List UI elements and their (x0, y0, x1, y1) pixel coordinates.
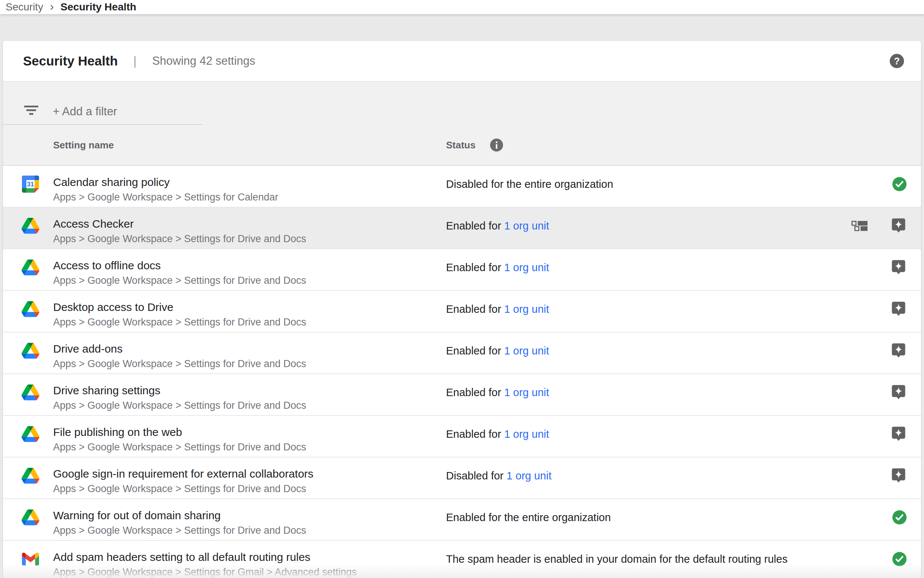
status-cell: Enabled for 1 org unit (446, 428, 549, 440)
recommendation-icon[interactable] (890, 467, 906, 485)
setting-name[interactable]: Drive sharing settings (53, 384, 160, 397)
table-row[interactable]: Access to offline docs Apps > Google Wor… (3, 249, 921, 291)
setting-path: Apps > Google Workspace > Settings for D… (53, 399, 306, 411)
status-cell: Enabled for 1 org unit (446, 261, 549, 274)
drive-icon (21, 218, 39, 234)
row-actions (851, 217, 906, 235)
org-units-icon[interactable] (851, 221, 867, 231)
table-row[interactable]: Desktop access to Drive Apps > Google Wo… (3, 291, 921, 333)
setting-path: Apps > Google Workspace > Settings for C… (53, 191, 278, 203)
status-text: Enabled for (446, 428, 504, 440)
setting-path: Apps > Google Workspace > Settings for D… (53, 274, 306, 286)
drive-icon (21, 343, 39, 359)
app-icon-slot (21, 426, 39, 442)
recommendation-icon[interactable] (890, 342, 906, 360)
recommendation-icon[interactable] (890, 259, 906, 276)
app-icon-slot (21, 385, 39, 401)
info-icon[interactable] (490, 138, 503, 152)
table-header: Setting name Status (3, 125, 921, 166)
org-unit-link[interactable]: 1 org unit (504, 428, 549, 440)
drive-icon (21, 301, 39, 317)
status-text: Enabled for (446, 303, 504, 315)
filter-icon (24, 105, 39, 117)
add-filter-button[interactable]: + Add a filter (53, 105, 117, 118)
security-health-card: Security Health | Showing 42 settings ? … (3, 41, 921, 578)
status-text: Enabled for (446, 220, 504, 232)
row-actions (892, 552, 906, 566)
card-header: Security Health | Showing 42 settings ? (3, 41, 921, 81)
status-cell: Disabled for the entire organization (446, 178, 613, 190)
setting-name[interactable]: Google sign-in requirement for external … (53, 467, 313, 481)
recommendation-icon[interactable] (890, 384, 906, 401)
app-icon-slot (21, 301, 39, 317)
recommendation-icon[interactable] (890, 425, 906, 443)
setting-name[interactable]: Access Checker (53, 217, 134, 231)
table-row[interactable]: File publishing on the web Apps > Google… (3, 416, 921, 458)
setting-path: Apps > Google Workspace > Settings for D… (53, 358, 306, 370)
status-cell: Disabled for 1 org unit (446, 470, 552, 482)
org-unit-link[interactable]: 1 org unit (504, 345, 549, 357)
svg-text:?: ? (894, 56, 900, 66)
setting-name[interactable]: Warning for out of domain sharing (53, 509, 221, 522)
table-row[interactable]: Drive sharing settings Apps > Google Wor… (3, 374, 921, 416)
row-actions (890, 300, 906, 318)
app-icon-slot (21, 218, 39, 234)
status-text: Enabled for (446, 386, 504, 398)
status-text: Enabled for (446, 261, 504, 273)
status-ok-icon (892, 177, 906, 191)
setting-name[interactable]: Access to offline docs (53, 259, 161, 272)
breadcrumb-parent-link[interactable]: Security (6, 1, 43, 13)
column-status-label: Status (446, 140, 476, 151)
calendar-icon: 31 (22, 175, 39, 193)
org-unit-link[interactable]: 1 org unit (504, 303, 549, 315)
drive-icon (21, 510, 39, 526)
status-text: Enabled for (446, 345, 504, 357)
breadcrumb-chevron-icon: › (50, 0, 54, 14)
setting-name[interactable]: Drive add-ons (53, 342, 123, 356)
status-ok-icon (892, 510, 906, 524)
help-question-icon: ? (889, 53, 905, 69)
status-cell: The spam header is enabled in your domai… (446, 553, 788, 565)
svg-text:31: 31 (27, 181, 34, 188)
row-actions (890, 384, 906, 401)
filter-bar: + Add a filter (3, 81, 921, 125)
status-cell: Enabled for 1 org unit (446, 345, 549, 357)
table-row[interactable]: 31 Calendar sharing policy Apps > Google… (3, 166, 921, 208)
app-icon-slot (21, 343, 39, 359)
help-button[interactable]: ? (889, 53, 905, 69)
table-row[interactable]: Add spam headers setting to all default … (3, 541, 921, 578)
setting-path: Apps > Google Workspace > Settings for D… (53, 316, 306, 328)
setting-path: Apps > Google Workspace > Settings for D… (53, 483, 306, 495)
page-title: Security Health (23, 54, 118, 68)
status-cell: Enabled for the entire organization (446, 511, 611, 524)
app-icon-slot (21, 260, 39, 276)
setting-name[interactable]: File publishing on the web (53, 425, 182, 439)
setting-path: Apps > Google Workspace > Settings for G… (53, 566, 357, 578)
org-unit-link[interactable]: 1 org unit (504, 220, 549, 232)
drive-icon (21, 260, 39, 276)
table-row[interactable]: Drive add-ons Apps > Google Workspace > … (3, 333, 921, 374)
recommendation-icon[interactable] (890, 300, 906, 318)
row-actions (890, 467, 906, 485)
org-unit-link[interactable]: 1 org unit (504, 386, 549, 398)
settings-table-body: 31 Calendar sharing policy Apps > Google… (3, 166, 921, 578)
setting-name[interactable]: Add spam headers setting to all default … (53, 550, 310, 564)
gmail-icon (22, 553, 39, 566)
drive-icon (21, 426, 39, 442)
drive-icon (21, 385, 39, 401)
setting-path: Apps > Google Workspace > Settings for D… (53, 441, 306, 453)
app-icon-slot (21, 510, 39, 526)
recommendation-icon[interactable] (890, 217, 906, 235)
top-bar: Security › Security Health (0, 0, 924, 14)
table-row[interactable]: Warning for out of domain sharing Apps >… (3, 499, 921, 541)
org-unit-link[interactable]: 1 org unit (507, 470, 552, 482)
status-cell: Enabled for 1 org unit (446, 220, 549, 232)
title-separator: | (133, 54, 137, 68)
column-setting-name: Setting name (53, 140, 114, 151)
table-row[interactable]: Google sign-in requirement for external … (3, 458, 921, 499)
setting-name[interactable]: Calendar sharing policy (53, 175, 170, 189)
table-row[interactable]: Access Checker Apps > Google Workspace >… (3, 208, 921, 249)
row-actions (890, 425, 906, 443)
org-unit-link[interactable]: 1 org unit (504, 261, 549, 273)
setting-name[interactable]: Desktop access to Drive (53, 300, 173, 314)
